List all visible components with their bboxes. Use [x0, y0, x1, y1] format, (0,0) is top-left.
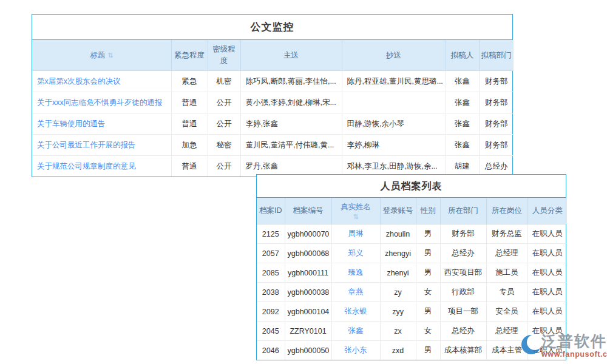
- sort-icon[interactable]: ⇅: [334, 214, 378, 220]
- cell-title[interactable]: 关于公司最近工作开展的报告: [32, 135, 171, 156]
- cell-real-name[interactable]: 张小东: [331, 341, 380, 360]
- cell-archive-no: ZZRY0101: [285, 322, 331, 341]
- watermark-url: www.fanpusoft.com: [541, 350, 607, 359]
- cell-real-name[interactable]: 章燕: [331, 283, 380, 302]
- cell-draft-dept: 财务部: [479, 92, 514, 113]
- cell-title[interactable]: 关于车辆使用的通告: [32, 113, 171, 135]
- cell-archive-no: ygbh000038: [285, 283, 331, 302]
- cell-gender: 男: [416, 302, 440, 322]
- cell-position: 总经理: [486, 244, 527, 263]
- cell-department: 行政部: [440, 283, 486, 302]
- col-label-login-account: 登录账号: [383, 206, 413, 215]
- cell-real-name[interactable]: 臻逸: [331, 263, 380, 283]
- cell-security: 机密: [208, 71, 240, 92]
- cell-security: 公开: [208, 113, 240, 135]
- cell-main-send: 董川民,董清平,付伟璐,黄...: [240, 135, 342, 156]
- cell-draft-dept: 财务部: [479, 71, 514, 92]
- cell-category: 在职人员: [527, 224, 567, 244]
- table-row: 2038ygbh000038章燕zy女行政部专员在职人员: [257, 283, 567, 302]
- cell-urgency: 普通: [171, 113, 208, 135]
- cell-cc: 陈丹,程亚雄,董川民,黄思璐...: [342, 71, 446, 92]
- col-label-urgency: 紧急程度: [174, 51, 205, 59]
- cell-urgency: 普通: [171, 92, 208, 113]
- col-header-title[interactable]: 标题⇅: [32, 40, 171, 71]
- fanpu-logo-icon: [520, 332, 544, 359]
- col-header-department: 所在部门: [440, 198, 486, 224]
- cell-login-account: zy: [380, 283, 416, 302]
- cell-gender: 男: [416, 263, 440, 283]
- cell-department: 成本核算部: [440, 341, 486, 360]
- cell-cc: 田静,游恢,余小琴: [342, 113, 446, 135]
- cell-gender: 男: [416, 244, 440, 263]
- col-header-category: 人员分类: [527, 198, 567, 224]
- cell-position: 财务总监: [486, 224, 527, 244]
- col-label-main-send: 主送: [283, 51, 299, 59]
- cell-gender: 女: [416, 322, 440, 341]
- sort-icon[interactable]: ⇅: [107, 52, 113, 59]
- cell-gender: 女: [416, 283, 440, 302]
- cell-title[interactable]: 第x届第x次股东会的决议: [32, 71, 171, 92]
- table-row: 2092ygbh000104张永银zyy男项目一部安全员在职人员: [257, 302, 567, 322]
- col-header-security: 密级程度: [208, 40, 240, 71]
- cell-security: 公开: [208, 92, 240, 113]
- doc-monitor-table-body: 第x届第x次股东会的决议紧急机密陈巧凤,断郎,蒋丽,李佳怡,...陈丹,程亚雄,…: [32, 71, 514, 177]
- cell-cc: 李婷,柳琳: [342, 135, 446, 156]
- cell-main-send: 李婷,张鑫: [240, 113, 342, 135]
- personnel-table-head: 档案ID档案编号真实姓名⇅登录账号性别所在部门所在岗位人员分类: [257, 198, 567, 224]
- cell-archive-id: 2057: [257, 244, 285, 263]
- cell-draft-dept: 财务部: [479, 113, 514, 135]
- table-row: 关于规范公司规章制度的意见普通公开罗丹,张鑫邓林,李卫东,田静,游恢,余...胡…: [32, 156, 514, 177]
- doc-monitor-table: 标题⇅紧急程度密级程度主送抄送拟稿人拟稿部门 第x届第x次股东会的决议紧急机密陈…: [32, 40, 514, 177]
- cell-position: 施工员: [486, 263, 527, 283]
- cell-login-account: zx: [380, 322, 416, 341]
- col-label-draft-dept: 拟稿部门: [481, 51, 512, 59]
- cell-archive-no: ygbh000070: [285, 224, 331, 244]
- col-header-gender: 性别: [416, 198, 440, 224]
- cell-real-name[interactable]: 张鑫: [331, 322, 380, 341]
- col-header-archive-no: 档案编号: [285, 198, 331, 224]
- cell-title[interactable]: 关于xxx同志临危不惧勇斗歹徒的通报: [32, 92, 171, 113]
- cell-login-account: zhoulin: [380, 224, 416, 244]
- cell-urgency: 普通: [171, 156, 208, 177]
- cell-login-account: zhenyi: [380, 263, 416, 283]
- cell-real-name[interactable]: 周琳: [331, 224, 380, 244]
- cell-drafter: 张鑫: [446, 71, 479, 92]
- cell-position: 安全员: [486, 302, 527, 322]
- cell-category: 在职人员: [527, 283, 567, 302]
- col-label-real-name: 真实姓名: [341, 203, 371, 211]
- col-label-position: 所在岗位: [492, 206, 522, 215]
- doc-monitor-panel: 公文监控 标题⇅紧急程度密级程度主送抄送拟稿人拟稿部门 第x届第x次股东会的决议…: [32, 14, 513, 177]
- cell-archive-id: 2045: [257, 322, 285, 341]
- cell-gender: 男: [416, 341, 440, 360]
- col-label-drafter: 拟稿人: [451, 51, 474, 59]
- col-header-real-name[interactable]: 真实姓名⇅: [331, 198, 380, 224]
- cell-category: 在职人员: [527, 302, 567, 322]
- cell-drafter: 张鑫: [446, 135, 479, 156]
- table-row: 2057ygbh000068郑义zhengyi男总经办总经理在职人员: [257, 244, 567, 263]
- cell-real-name[interactable]: 郑义: [331, 244, 380, 263]
- cell-category: 在职人员: [527, 263, 567, 283]
- table-row: 第x届第x次股东会的决议紧急机密陈巧凤,断郎,蒋丽,李佳怡,...陈丹,程亚雄,…: [32, 71, 514, 92]
- col-label-cc: 抄送: [386, 51, 401, 59]
- cell-department: 西安项目部: [440, 263, 486, 283]
- table-row: 关于公司最近工作开展的报告加急秘密董川民,董清平,付伟璐,黄...李婷,柳琳张鑫…: [32, 135, 514, 156]
- cell-archive-no: ygbh000050: [285, 341, 331, 360]
- cell-department: 财务部: [440, 224, 486, 244]
- doc-monitor-table-head: 标题⇅紧急程度密级程度主送抄送拟稿人拟稿部门: [32, 40, 514, 71]
- header-row: 标题⇅紧急程度密级程度主送抄送拟稿人拟稿部门: [32, 40, 514, 71]
- col-header-main-send: 主送: [240, 40, 342, 71]
- col-header-archive-id: 档案ID: [257, 198, 285, 224]
- col-header-urgency: 紧急程度: [171, 40, 208, 71]
- col-label-title: 标题: [90, 51, 105, 59]
- cell-department: 总经办: [440, 244, 486, 263]
- table-row: 关于xxx同志临危不惧勇斗歹徒的通报普通公开黄小强,李婷,刘健,柳琳,宋...张…: [32, 92, 514, 113]
- cell-archive-no: ygbh000068: [285, 244, 331, 263]
- watermark: 泛普软件 www.fanpusoft.com: [520, 332, 607, 359]
- cell-security: 秘密: [208, 135, 240, 156]
- cell-title[interactable]: 关于规范公司规章制度的意见: [32, 156, 171, 177]
- cell-login-account: zxd: [380, 341, 416, 360]
- col-label-category: 人员分类: [532, 206, 563, 215]
- cell-archive-id: 2038: [257, 283, 285, 302]
- cell-real-name[interactable]: 张永银: [331, 302, 380, 322]
- cell-main-send: 黄小强,李婷,刘健,柳琳,宋...: [240, 92, 342, 113]
